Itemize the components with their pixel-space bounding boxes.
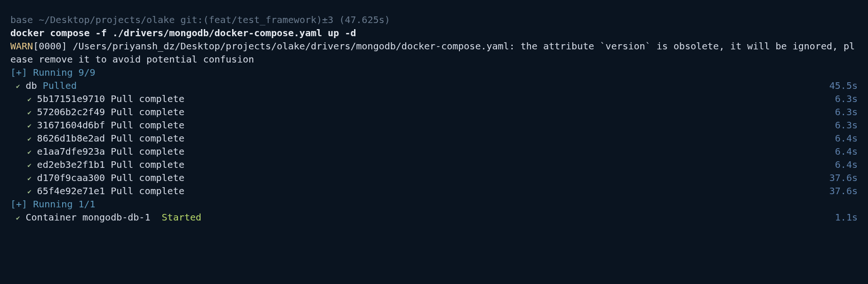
check-icon: ✔ xyxy=(27,148,31,157)
check-icon: ✔ xyxy=(16,82,20,91)
layer-status: Pull complete xyxy=(111,172,185,183)
layer-time: 6.4s xyxy=(835,158,858,171)
layer-line: ✔ 57206b2c2f49 Pull complete6.3s xyxy=(10,105,858,118)
status-text: Running 9/9 xyxy=(27,67,96,78)
check-icon: ✔ xyxy=(27,134,31,144)
check-icon: ✔ xyxy=(27,174,31,183)
layer-time: 6.3s xyxy=(835,105,858,118)
status-running-2: [+] Running 1/1 xyxy=(10,197,858,211)
pulled-time: 45.5s xyxy=(829,79,858,92)
layer-line: ✔ d170f9caa300 Pull complete37.6s xyxy=(10,171,858,184)
layer-hash: e1aa7dfe923a xyxy=(37,146,105,157)
layer-line: ✔ 5b17151e9710 Pull complete6.3s xyxy=(10,92,858,105)
check-icon: ✔ xyxy=(27,121,31,131)
status-bracket: [+] xyxy=(10,67,27,78)
status-bracket: [+] xyxy=(10,198,27,210)
terminal-output[interactable]: base ~/Desktop/projects/olake git:(feat/… xyxy=(10,13,858,224)
prompt-text: base ~/Desktop/projects/olake git:(feat/… xyxy=(10,13,390,26)
layer-line: ✔ ed2eb3e2f1b1 Pull complete6.4s xyxy=(10,158,858,171)
prompt-line: base ~/Desktop/projects/olake git:(feat/… xyxy=(10,13,858,26)
layer-hash: 57206b2c2f49 xyxy=(37,106,105,118)
warn-bracket-close: ] xyxy=(61,40,67,52)
layer-line: ✔ e1aa7dfe923a Pull complete6.4s xyxy=(10,145,858,158)
layer-hash: ed2eb3e2f1b1 xyxy=(37,159,105,170)
layer-hash: d170f9caa300 xyxy=(37,172,105,183)
layer-line: ✔ 8626d1b8e2ad Pull complete6.4s xyxy=(10,132,858,145)
status-text: Running 1/1 xyxy=(27,198,96,210)
check-icon: ✔ xyxy=(27,95,31,104)
command-text: docker compose -f ./drivers/mongodb/dock… xyxy=(10,26,356,39)
layer-status: Pull complete xyxy=(111,119,185,131)
layer-hash: 65f4e92e71e1 xyxy=(37,185,105,197)
check-icon: ✔ xyxy=(27,108,31,118)
container-label: Container xyxy=(26,212,77,223)
container-line: ✔ Container mongodb-db-1 Started 1.1s xyxy=(10,211,858,224)
layer-time: 37.6s xyxy=(829,184,858,197)
container-time: 1.1s xyxy=(835,211,858,224)
layer-status: Pull complete xyxy=(111,146,185,157)
check-icon: ✔ xyxy=(27,161,31,170)
layer-status: Pull complete xyxy=(111,159,185,170)
status-running-1: [+] Running 9/9 xyxy=(10,66,858,79)
warn-line: WARN[0000] /Users/priyansh_dz/Desktop/pr… xyxy=(10,39,858,66)
warn-text: /Users/priyansh_dz/Desktop/projects/olak… xyxy=(10,40,855,65)
layer-status: Pull complete xyxy=(111,106,185,118)
layer-status: Pull complete xyxy=(111,93,185,104)
warn-bracket-open: [ xyxy=(33,40,39,52)
layer-line: ✔ 65f4e92e71e1 Pull complete37.6s xyxy=(10,184,858,197)
layer-hash: 31671604d6bf xyxy=(37,119,105,131)
layer-status: Pull complete xyxy=(111,185,185,197)
layer-time: 6.4s xyxy=(835,145,858,158)
container-name: mongodb-db-1 xyxy=(82,212,151,223)
command-line: docker compose -f ./drivers/mongodb/dock… xyxy=(10,26,858,39)
layer-time: 6.4s xyxy=(835,132,858,145)
layer-time: 6.3s xyxy=(835,92,858,105)
layer-time: 37.6s xyxy=(829,171,858,184)
pulled-status: Pulled xyxy=(43,80,77,91)
warn-tag: WARN xyxy=(10,40,33,52)
layers-list: ✔ 5b17151e9710 Pull complete6.3s ✔ 57206… xyxy=(10,92,858,197)
warn-code: 0000 xyxy=(39,40,61,52)
check-icon: ✔ xyxy=(27,187,31,197)
container-status: Started xyxy=(162,212,201,223)
layer-status: Pull complete xyxy=(111,133,185,144)
layer-time: 6.3s xyxy=(835,118,858,132)
check-icon: ✔ xyxy=(16,213,20,223)
layer-hash: 5b17151e9710 xyxy=(37,93,105,104)
layer-line: ✔ 31671604d6bf Pull complete6.3s xyxy=(10,118,858,132)
service-name: db xyxy=(26,80,37,91)
layer-hash: 8626d1b8e2ad xyxy=(37,133,105,144)
pulled-line: ✔ db Pulled 45.5s xyxy=(10,79,858,92)
